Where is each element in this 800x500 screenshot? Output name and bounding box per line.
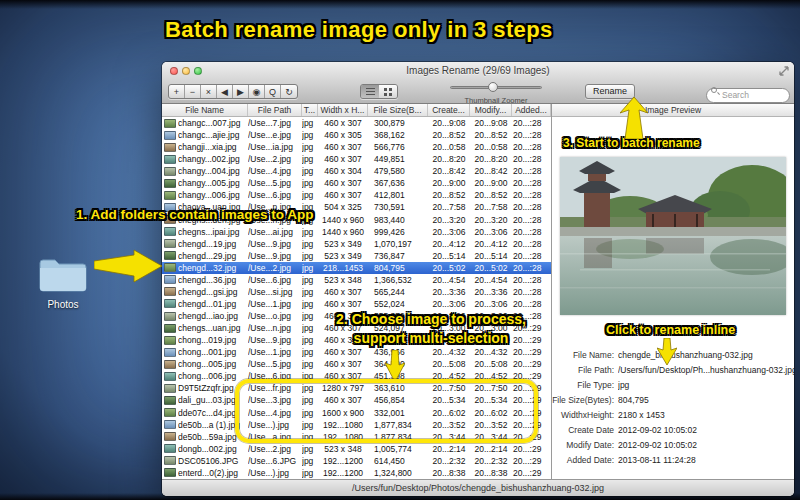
cell-type: jpg — [302, 130, 318, 140]
table-row[interactable]: DSC05106.JPG/Use...6.JPGjpg192...1200614… — [162, 455, 551, 467]
toolbar: + − × ◀ ▶ ◉ Q ↻ Thumbnail Zoomer — [162, 79, 794, 104]
table-row[interactable]: changy...006.jpg/Use...6.jpgjpg460 x 307… — [162, 189, 551, 201]
cell-dims: 460 x 305 — [318, 130, 368, 140]
detail-row: Modify Date:2012-09-02 10:05:02 — [552, 437, 794, 452]
cell-thumb — [162, 143, 178, 152]
column-header-1[interactable]: File Path — [248, 104, 302, 116]
detail-label: Modify Date: — [552, 440, 618, 450]
table-row[interactable]: dongb...002.jpg/Use...2.jpgjpg523 x 3481… — [162, 443, 551, 455]
cell-create: 20...8:52 — [428, 190, 470, 200]
cell-type: jpg — [302, 154, 318, 164]
column-header-3[interactable]: Width x H... — [318, 104, 368, 116]
cell-modify: 20...5:08 — [470, 359, 512, 369]
cell-type: jpg — [302, 468, 318, 478]
cell-dims: 504 x 325 — [318, 202, 368, 212]
column-header-7[interactable]: Added... — [512, 104, 551, 116]
thumbnail-zoomer-slider[interactable] — [450, 86, 542, 89]
cell-dims: 460 x 307 — [318, 190, 368, 200]
thumbnail-icon — [164, 408, 176, 417]
column-header-6[interactable]: Modify... — [470, 104, 512, 116]
table-row[interactable]: enterd...0(2).jpg/Use...).jpgjpg192...12… — [162, 467, 551, 479]
table-row[interactable]: chengd...19.jpg/Use...9.jpgjpg523 x 3491… — [162, 238, 551, 250]
refresh-button[interactable]: ↻ — [281, 85, 297, 98]
thumbnail-icon — [164, 131, 176, 140]
window-title: Images Rename (29/69 Images) — [162, 65, 794, 76]
table-row[interactable]: chegns...ipai.jpg/Use...ai.jpgjpg1440 x … — [162, 226, 551, 238]
add-button[interactable]: + — [169, 85, 185, 98]
table-row[interactable]: changy...002.jpg/Use...2.jpgjpg460 x 307… — [162, 153, 551, 165]
detail-value[interactable]: 2012-09-02 10:05:02 — [618, 440, 794, 450]
previous-button[interactable]: ◀ — [217, 85, 233, 98]
cell-added: 20...:28 — [512, 215, 551, 225]
thumbnail-icon — [164, 287, 176, 296]
cell-dims: 1440 x 960 — [318, 227, 368, 237]
preview-eye-button[interactable]: ◉ — [249, 85, 265, 98]
magnifier-button[interactable]: Q — [265, 85, 281, 98]
cell-type: jpg — [302, 190, 318, 200]
table-row[interactable]: chong...005.jpg/Use...5.jpgjpg460 x 3073… — [162, 358, 551, 370]
column-header-0[interactable]: File Name — [162, 104, 248, 116]
detail-value[interactable]: 2013-08-11 11:24:28 — [618, 455, 794, 465]
thumbnail-icon — [164, 468, 176, 477]
column-header-4[interactable]: File Size(B... — [368, 104, 428, 116]
cell-thumb — [162, 420, 178, 429]
cell-path: /Use...ia.jpg — [248, 142, 302, 152]
delete-button[interactable]: × — [201, 85, 217, 98]
remove-button[interactable]: − — [185, 85, 201, 98]
cell-path: /Use...n.jpg — [248, 323, 302, 333]
arrow-down-selection-icon — [385, 350, 405, 382]
cell-name: chong...005.jpg — [178, 359, 248, 369]
cell-name: chong...001.jpg — [178, 347, 248, 357]
cell-name: changji...xia.jpg — [178, 142, 248, 152]
cell-thumb — [162, 336, 178, 345]
nav-button-group: + − × ◀ ▶ ◉ Q ↻ — [168, 84, 298, 99]
cell-added: 20...:28 — [512, 227, 551, 237]
screen-top-edge — [0, 0, 800, 9]
cell-modify: 20...2:14 — [470, 444, 512, 454]
grid-view-button[interactable] — [379, 85, 397, 98]
cell-thumb — [162, 408, 178, 417]
detail-value[interactable]: jpg — [618, 380, 794, 390]
cell-name: chengd...32.jpg — [178, 263, 248, 273]
next-button[interactable]: ▶ — [233, 85, 249, 98]
cell-size: 412,801 — [368, 190, 428, 200]
cell-added: 20...:28 — [512, 251, 551, 261]
table-row[interactable]: changy...005.jpg/Use...5.jpgjpg460 x 307… — [162, 177, 551, 189]
cell-name: enterd...0(2).jpg — [178, 468, 248, 478]
detail-value[interactable]: chengde_bishushanzhuang-032.jpg — [618, 350, 794, 360]
table-row[interactable]: chengd...36.jpg/Use...6.jpgjpg523 x 3481… — [162, 274, 551, 286]
thumbnail-icon — [164, 336, 176, 345]
cell-thumb — [162, 444, 178, 453]
titlebar[interactable]: Images Rename (29/69 Images) — [162, 62, 794, 79]
cell-added: 20...:29 — [512, 347, 551, 357]
cell-modify: 20...8:38 — [470, 468, 512, 478]
column-header-5[interactable]: Create... — [428, 104, 470, 116]
table-row[interactable]: changc...007.jpg/Use...7.jpgjpg460 x 307… — [162, 117, 551, 129]
table-row[interactable]: chengd...29.jpg/Use...9.jpgjpg523 x 3497… — [162, 250, 551, 262]
cell-modify: 20...4:12 — [470, 239, 512, 249]
cell-added: 20...:28 — [512, 166, 551, 176]
cell-path: /Use...2.jpg — [248, 444, 302, 454]
table-header: File NameFile PathT...Width x H...File S… — [162, 104, 551, 117]
detail-row: WidthxHeight:2180 x 1453 — [552, 407, 794, 422]
detail-value[interactable]: 804,795 — [618, 395, 794, 405]
table-row[interactable]: changc...ajie.jpg/Use...e.jpgjpg460 x 30… — [162, 129, 551, 141]
fullscreen-icon[interactable] — [779, 66, 789, 76]
table-row[interactable]: changji...xia.jpg/Use...ia.jpgjpg460 x 3… — [162, 141, 551, 153]
table-row[interactable]: changy...004.jpg/Use...4.jpgjpg460 x 304… — [162, 165, 551, 177]
cell-thumb — [162, 348, 178, 357]
thumbnail-icon — [164, 360, 176, 369]
slider-thumb[interactable] — [488, 82, 498, 92]
cell-create: 20...4:32 — [428, 347, 470, 357]
detail-value[interactable]: 2180 x 1453 — [618, 410, 794, 420]
detail-value[interactable]: 2012-09-02 10:05:02 — [618, 425, 794, 435]
table-row[interactable]: chengd...gsi.jpg/Use...si.jpgjpg460 x 30… — [162, 286, 551, 298]
column-header-2[interactable]: T... — [302, 104, 318, 116]
cell-path: /Use...2.jpg — [248, 154, 302, 164]
list-view-button[interactable] — [361, 85, 379, 98]
detail-value[interactable]: /Users/fun/Desktop/Ph...hushanzhuang-032… — [618, 365, 794, 375]
table-row-selected[interactable]: chengd...32.jpg/Use...2.jpgjpg218...1453… — [162, 262, 551, 274]
photos-folder[interactable]: Photos — [36, 255, 90, 310]
table-row[interactable]: chengd...01.jpg/Use...1.jpgjpg460 x 3075… — [162, 298, 551, 310]
cell-thumb — [162, 299, 178, 308]
